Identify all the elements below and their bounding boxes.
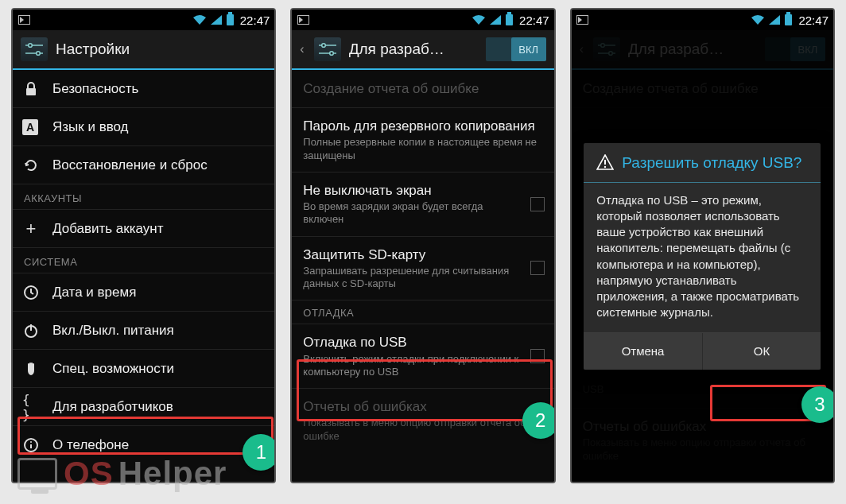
phone-screen-2: 22:47 ‹ Для разраб… ВКЛ Создание отчета …	[290, 8, 555, 483]
svg-point-2	[29, 44, 33, 48]
status-bar: 22:47	[572, 10, 833, 30]
screenshot-icon	[576, 14, 589, 25]
row-accessibility[interactable]: Спец. возможности	[13, 350, 274, 388]
row-sub: Во время зарядки экран будет всегда вклю…	[303, 200, 522, 227]
settings-icon[interactable]	[314, 37, 341, 61]
row-date-time[interactable]: Дата и время	[13, 273, 274, 312]
row-label: Язык и ввод	[52, 118, 263, 135]
battery-icon	[785, 14, 792, 25]
svg-point-20	[604, 165, 606, 167]
action-bar: Настройки	[13, 30, 274, 70]
svg-point-10	[30, 441, 32, 443]
dialog-body: Отладка по USB – это режим, который позв…	[584, 183, 821, 332]
section-system: СИСТЕМА	[13, 248, 274, 273]
row-sub: Запрашивать разрешение для считывания да…	[303, 265, 522, 291]
usb-debug-dialog: Разрешить отладку USB? Отладка по USB – …	[584, 143, 821, 370]
info-icon	[22, 436, 40, 454]
page-title: Для разраб…	[349, 41, 478, 58]
wifi-icon	[472, 14, 485, 27]
checkbox[interactable]	[530, 197, 545, 211]
row-label: Восстановление и сброс	[52, 157, 263, 173]
row-title: Отладка по USB	[303, 334, 522, 351]
step-badge-2: 2	[522, 402, 556, 439]
settings-icon	[21, 37, 48, 61]
battery-icon	[227, 14, 234, 25]
svg-point-14	[329, 52, 333, 56]
warning-icon	[596, 154, 614, 174]
row-bug-report[interactable]: Создание отчета об ошибке	[292, 70, 553, 108]
status-time: 22:47	[798, 14, 829, 27]
braces-icon: { }	[22, 398, 40, 416]
phone-screen-3: 22:47 ‹ Для разраб… ВКЛ Создание отчета …	[570, 8, 835, 483]
row-error-reports[interactable]: Отчеты об ошибках Показывать в меню опци…	[292, 389, 553, 452]
row-sub: Полные резервные копии в настоящее время…	[303, 136, 542, 162]
dialog-scrim: Разрешить отладку USB? Отладка по USB – …	[572, 30, 833, 482]
row-title: Защитить SD-карту	[303, 246, 522, 263]
lock-icon	[22, 80, 40, 98]
svg-point-3	[37, 52, 41, 56]
toggle-label: ВКЛ	[511, 37, 546, 61]
action-bar: ‹ Для разраб… ВКЛ	[292, 30, 553, 70]
section-accounts: АККАУНТЫ	[13, 184, 274, 210]
row-backup-password[interactable]: Пароль для резервного копирования Полные…	[292, 108, 553, 173]
row-power[interactable]: Вкл./Выкл. питания	[13, 312, 274, 350]
clock-icon	[22, 284, 40, 301]
screenshot-icon	[297, 14, 309, 25]
battery-icon	[506, 14, 513, 25]
signal-icon	[769, 15, 780, 25]
status-time: 22:47	[240, 14, 270, 27]
row-label: О телефоне	[52, 436, 263, 453]
row-sub: Показывать в меню опцию отправки отчета …	[303, 417, 542, 443]
back-icon[interactable]: ‹	[300, 42, 304, 56]
row-language[interactable]: A Язык и ввод	[13, 108, 274, 146]
row-backup-reset[interactable]: Восстановление и сброс	[13, 146, 274, 184]
hand-icon	[22, 360, 40, 378]
row-title: Отчеты об ошибках	[303, 398, 542, 415]
developer-list[interactable]: Создание отчета об ошибке Пароль для рез…	[292, 70, 553, 482]
step-badge-3: 3	[801, 386, 835, 423]
row-label: Вкл./Выкл. питания	[52, 322, 263, 339]
row-security[interactable]: Безопасность	[13, 70, 274, 108]
row-title: Создание отчета об ошибке	[303, 80, 542, 97]
dialog-title: Разрешить отладку USB?	[622, 154, 801, 173]
section-debug: ОТЛАДКА	[292, 300, 553, 324]
status-time: 22:47	[519, 14, 549, 27]
row-label: Спец. возможности	[52, 360, 263, 377]
svg-point-13	[321, 44, 325, 48]
wifi-icon	[193, 14, 206, 27]
page-title: Настройки	[56, 41, 266, 58]
row-label: Добавить аккаунт	[52, 220, 263, 237]
row-developer-options[interactable]: { } Для разработчиков	[13, 388, 274, 426]
wifi-icon	[751, 14, 764, 27]
restore-icon	[22, 157, 40, 174]
phone-screen-1: 22:47 Настройки Безопасность A Язык и вв…	[11, 8, 276, 483]
plus-icon: +	[22, 220, 40, 238]
ok-button[interactable]: ОК	[703, 333, 821, 370]
power-icon	[22, 322, 40, 339]
checkbox[interactable]	[530, 349, 545, 363]
signal-icon	[490, 15, 501, 25]
row-sub: Включить режим отладки при подключении к…	[303, 353, 522, 379]
row-add-account[interactable]: + Добавить аккаунт	[13, 210, 274, 248]
row-title: Пароль для резервного копирования	[303, 118, 542, 134]
row-label: Безопасность	[52, 80, 263, 97]
master-toggle[interactable]: ВКЛ	[486, 37, 546, 61]
row-about-phone[interactable]: О телефоне	[13, 426, 274, 464]
cancel-button[interactable]: Отмена	[584, 333, 703, 370]
row-protect-sd[interactable]: Защитить SD-карту Запрашивать разрешение…	[292, 237, 553, 301]
screenshot-icon	[17, 14, 30, 25]
language-icon: A	[22, 119, 38, 135]
checkbox[interactable]	[530, 261, 545, 275]
row-label: Для разработчиков	[52, 398, 263, 415]
step-badge-1: 1	[243, 434, 276, 471]
svg-rect-4	[26, 88, 36, 95]
row-label: Дата и время	[52, 284, 263, 300]
row-title: Не выключать экран	[303, 182, 522, 199]
row-usb-debugging[interactable]: Отладка по USB Включить режим отладки пр…	[292, 324, 553, 389]
signal-icon	[211, 15, 222, 25]
row-stay-awake[interactable]: Не выключать экран Во время зарядки экра…	[292, 173, 553, 237]
status-bar: 22:47	[292, 10, 553, 30]
status-bar: 22:47	[13, 10, 274, 30]
settings-list[interactable]: Безопасность A Язык и ввод Восстановлени…	[13, 70, 274, 482]
